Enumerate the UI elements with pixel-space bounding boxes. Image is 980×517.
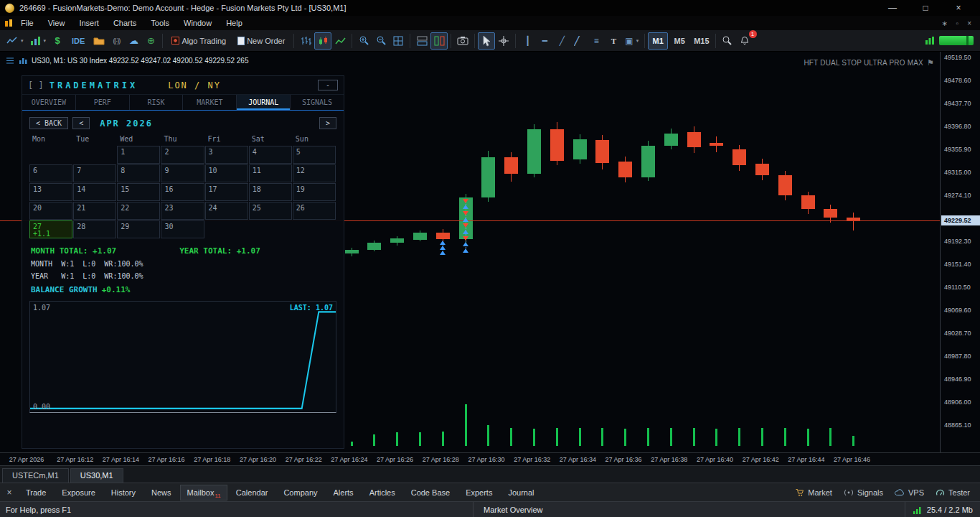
cloud-button[interactable]: ☁ — [125, 32, 142, 50]
fibonacci-tool[interactable]: ≡ — [588, 32, 605, 50]
restore-icon[interactable]: ▫ — [956, 19, 959, 27]
calendar-day-30[interactable]: 30 — [161, 220, 204, 238]
screenshot-button[interactable] — [454, 32, 471, 50]
calendar-day-28[interactable]: 28 — [73, 220, 116, 238]
calendar-day-16[interactable]: 16 — [161, 183, 204, 201]
menu-help[interactable]: Help — [219, 19, 250, 27]
candlestick-chart-button[interactable] — [314, 32, 331, 50]
toolbox-tab-history[interactable]: History — [104, 485, 143, 500]
toolbox-tab-calendar[interactable]: Calendar — [229, 485, 275, 500]
chart-area[interactable]: US30, M1: US 30 Index 49232.52 49247.02 … — [0, 52, 980, 465]
calendar-day-4[interactable]: 4 — [249, 146, 292, 164]
bar-chart-button[interactable] — [297, 32, 314, 50]
calendar-day-22[interactable]: 22 — [117, 202, 160, 220]
toolbox-tab-articles[interactable]: Articles — [362, 485, 402, 500]
calendar-day-5[interactable]: 5 — [293, 146, 336, 164]
text-tool[interactable]: T — [605, 32, 622, 50]
calendar-day-15[interactable]: 15 — [117, 183, 160, 201]
calendar-day-3[interactable]: 3 — [205, 146, 248, 164]
calendar-day-12[interactable]: 12 — [293, 164, 336, 182]
panel-tab-overview[interactable]: OVERVIEW — [22, 95, 76, 110]
signals-broadcast-button[interactable]: ((·)) — [108, 32, 125, 50]
new-order-button[interactable]: New Order — [232, 32, 291, 50]
calendar-day-17[interactable]: 17 — [205, 183, 248, 201]
calendar-day-19[interactable]: 19 — [293, 183, 336, 201]
search-button[interactable] — [719, 32, 736, 50]
toolbox-tab-mailbox[interactable]: Mailbox11 — [180, 485, 227, 500]
calendar-day-13[interactable]: 13 — [29, 183, 72, 201]
calendar-day-25[interactable]: 25 — [249, 202, 292, 220]
time-axis[interactable]: 27 Apr 202627 Apr 16:1227 Apr 16:1427 Ap… — [0, 452, 980, 465]
maximize-button[interactable]: □ — [909, 0, 942, 16]
calendar-day-7[interactable]: 7 — [73, 164, 116, 182]
connection-status[interactable]: 25.4 / 2.2 Mb — [905, 502, 980, 517]
close-button[interactable]: × — [942, 0, 975, 16]
panel-tab-perf[interactable]: PERF — [76, 95, 130, 110]
calendar-day-24[interactable]: 24 — [205, 202, 248, 220]
calendar-day-11[interactable]: 11 — [249, 164, 292, 182]
crosshair-button[interactable] — [495, 32, 512, 50]
timeframe-m5-button[interactable]: M5 — [669, 32, 689, 50]
toolbox-tab-trade[interactable]: Trade — [19, 485, 53, 500]
panel-toggle-market[interactable]: Market — [796, 488, 832, 497]
horizontal-line-tool[interactable]: ━ — [536, 32, 553, 50]
toolbox-tab-experts[interactable]: Experts — [458, 485, 499, 500]
calendar-day-9[interactable]: 9 — [161, 164, 204, 182]
indicators-dropdown[interactable]: ▾ — [27, 32, 50, 50]
toolbox-tab-news[interactable]: News — [144, 485, 179, 500]
calendar-day-20[interactable]: 20 — [29, 202, 72, 220]
notifications-button[interactable]: 1 — [736, 32, 753, 50]
toolbox-close-icon[interactable]: × — [3, 488, 16, 498]
channel-tool[interactable]: ╱╱ — [570, 32, 588, 50]
panel-toggle-vps[interactable]: VPS — [895, 488, 924, 497]
chart-tab-US30,M1[interactable]: US30,M1 — [70, 468, 123, 483]
panel-tab-journal[interactable]: JOURNAL — [237, 95, 291, 110]
menu-file[interactable]: File — [14, 19, 41, 27]
zoom-out-button[interactable] — [372, 32, 390, 50]
calendar-day-10[interactable]: 10 — [205, 164, 248, 182]
menu-charts[interactable]: Charts — [106, 19, 143, 27]
calendar-day-27[interactable]: 27+1.1 — [29, 220, 72, 238]
calendar-day-21[interactable]: 21 — [73, 202, 116, 220]
one-click-trading-button[interactable] — [430, 32, 448, 50]
depth-of-market-button[interactable] — [413, 32, 430, 50]
next-month-button[interactable]: > — [319, 117, 336, 129]
menu-tools[interactable]: Tools — [143, 19, 176, 27]
back-button[interactable]: < BACK — [29, 117, 68, 129]
panel-toggle-tester[interactable]: Tester — [936, 488, 970, 497]
vertical-line-tool[interactable]: ┃ — [519, 32, 536, 50]
panel-tab-market[interactable]: MARKET — [183, 95, 237, 110]
toolbox-tab-company[interactable]: Company — [276, 485, 324, 500]
panel-tab-risk[interactable]: RISK — [130, 95, 184, 110]
calendar-day-2[interactable]: 2 — [161, 146, 204, 164]
menu-window[interactable]: Window — [176, 19, 219, 27]
calendar-day-26[interactable]: 26 — [293, 202, 336, 220]
panel-header[interactable]: [ ] TRADEMATRIX LON / NY - — [22, 76, 344, 95]
calendar-day-18[interactable]: 18 — [249, 183, 292, 201]
calendar-day-14[interactable]: 14 — [73, 183, 116, 201]
minimize-button[interactable]: — — [876, 0, 909, 16]
timeframe-m1-button[interactable]: M1 — [648, 32, 668, 50]
toolbox-tab-journal[interactable]: Journal — [501, 485, 541, 500]
toolbox-tab-alerts[interactable]: Alerts — [326, 485, 361, 500]
calendar-day-1[interactable]: 1 — [117, 146, 160, 164]
calendar-day-8[interactable]: 8 — [117, 164, 160, 182]
cursor-button[interactable] — [478, 32, 495, 50]
market-button[interactable] — [90, 32, 108, 50]
timeframe-m15-button[interactable]: M15 — [691, 32, 712, 50]
menu-insert[interactable]: Insert — [72, 19, 106, 27]
zoom-in-button[interactable] — [355, 32, 372, 50]
price-axis[interactable]: 49229.52 49519.5049478.6049437.7049396.8… — [940, 52, 980, 452]
calendar-day-23[interactable]: 23 — [161, 202, 204, 220]
symbols-button[interactable]: $ — [49, 32, 66, 50]
panel-toggle-signals[interactable]: Signals — [844, 488, 883, 497]
community-button[interactable]: ⊕ — [142, 32, 159, 50]
algo-trading-button[interactable]: Algo Trading — [166, 32, 232, 50]
toolbox-tab-exposure[interactable]: Exposure — [55, 485, 102, 500]
calendar-day-29[interactable]: 29 — [117, 220, 160, 238]
panel-tab-signals[interactable]: SIGNALS — [291, 95, 344, 110]
chart-tab-USTECm,M1[interactable]: USTECm,M1 — [2, 468, 69, 483]
tile-windows-button[interactable] — [390, 32, 407, 50]
line-chart-button[interactable] — [331, 32, 349, 50]
trendline-tool[interactable]: ╱ — [553, 32, 570, 50]
